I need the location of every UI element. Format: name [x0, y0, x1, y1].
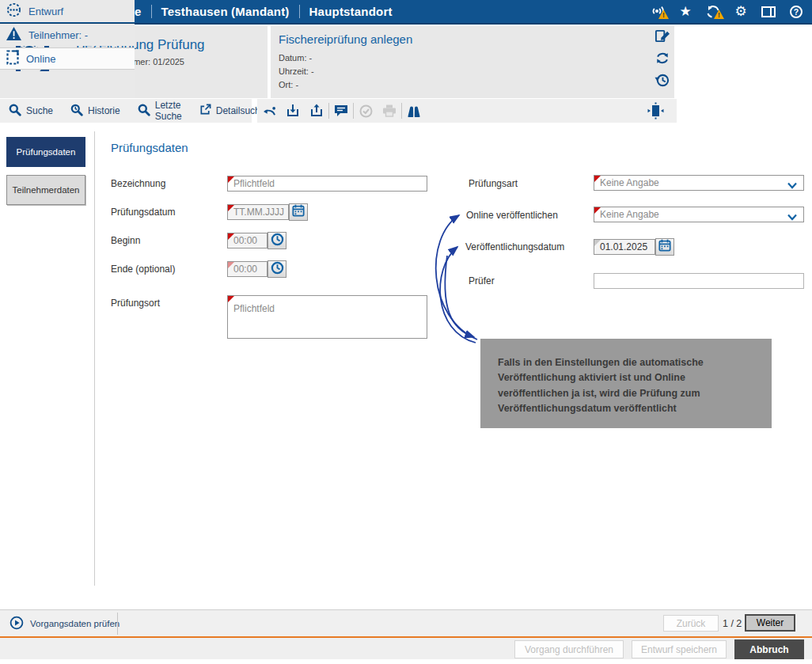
network-warning-icon[interactable]: ! — [650, 4, 666, 20]
status-online-label: Online — [26, 53, 56, 65]
confirm-check-icon-disabled — [354, 99, 378, 123]
bezeichnung-label: Bezeichnung — [111, 178, 165, 189]
next-button[interactable]: Weiter — [745, 614, 795, 632]
assign-route-icon[interactable] — [257, 99, 281, 123]
back-button[interactable]: Zurück — [663, 615, 719, 632]
info-tooltip-text: Falls in den Einstellungen die automatis… — [498, 355, 753, 417]
last-search-button[interactable]: Letzte Suche — [129, 99, 191, 123]
svg-text:!: ! — [718, 11, 720, 19]
breadcrumb-separator — [151, 5, 152, 18]
binoculars-icon[interactable] — [402, 99, 426, 123]
refresh-icon[interactable] — [655, 51, 670, 68]
footer-divider — [117, 613, 118, 635]
process-place: Ort: - — [279, 80, 298, 89]
layout-panel-icon[interactable] — [761, 4, 776, 20]
save-draft-button[interactable]: Entwurf speichern — [632, 640, 727, 658]
history-search-button[interactable]: Historie — [62, 99, 129, 123]
status-row-draft[interactable]: Entwurf — [0, 0, 135, 22]
ende-label: Ende (optional) — [111, 264, 175, 275]
veroeffentlichungsdatum-input[interactable]: 01.01.2025 — [594, 239, 655, 255]
draft-icon — [6, 2, 21, 21]
pruefungsdatum-input[interactable]: TT.MM.JJJJ — [227, 204, 289, 220]
status-draft-label: Entwurf — [28, 6, 63, 17]
form-heading: Prüfungsdaten — [111, 141, 188, 154]
execute-process-button[interactable]: Vorgang durchführen — [514, 640, 624, 658]
history-search-icon — [70, 104, 83, 119]
ende-clock-button[interactable] — [268, 260, 286, 278]
beginn-clock-button[interactable] — [268, 232, 286, 249]
online-veroeffentlichen-select[interactable]: Keine Angabe — [594, 207, 804, 222]
fullscreen-expand-icon[interactable] — [643, 99, 667, 123]
required-marker — [228, 296, 234, 302]
pruefungsdatum-calendar-button[interactable] — [289, 203, 308, 221]
warning-triangle-icon — [6, 27, 21, 44]
external-link-icon — [199, 104, 211, 118]
breadcrumb-separator — [299, 5, 300, 18]
process-title: Fischereiprüfung anlegen — [279, 32, 412, 46]
process-time: Uhrzeit: - — [279, 66, 314, 76]
action-toolbar — [257, 99, 677, 123]
svg-text:!: ! — [662, 11, 665, 19]
clock-icon — [271, 233, 284, 249]
status-row-empty — [0, 71, 135, 97]
clock-icon — [271, 261, 284, 278]
search-button-label: Suche — [26, 105, 53, 116]
bezeichnung-input[interactable]: Pflichtfeld — [227, 176, 427, 192]
last-search-button-label: Letzte Suche — [155, 100, 182, 122]
header-process-section: Fischereiprüfung anlegen Datum: - Uhrzei… — [271, 26, 674, 98]
cancel-button[interactable]: Abbruch — [734, 639, 804, 659]
required-marker — [228, 176, 234, 183]
pruefungsdatum-label: Prüfungsdatum — [111, 207, 175, 218]
online-veroeffentlichen-label: Online veröffentlichen — [466, 210, 558, 221]
pruefer-input[interactable] — [594, 273, 804, 289]
chevron-down-icon — [787, 180, 797, 191]
tab-pruefungsdaten[interactable]: Prüfungsdaten — [6, 137, 85, 167]
status-row-participants[interactable]: Teilnehmer: - — [0, 24, 135, 46]
pruefungsart-label: Prüfungsart — [469, 178, 518, 189]
veroeffentlichungsdatum-label: Veröffentlichungsdatum — [465, 241, 564, 252]
tab-teilnehmerdaten[interactable]: Teilnehmerdaten — [6, 175, 85, 205]
required-marker — [228, 233, 234, 240]
required-marker — [594, 207, 601, 214]
settings-gear-icon[interactable]: ⚙ — [733, 4, 749, 20]
sync-warning-icon[interactable]: ! — [705, 4, 721, 20]
online-document-icon — [6, 50, 19, 68]
required-marker — [228, 205, 234, 211]
pruefungsort-textarea[interactable]: Pflichtfeld — [227, 295, 427, 339]
help-icon[interactable]: ? — [788, 4, 804, 20]
search-button[interactable]: Suche — [0, 99, 62, 123]
breadcrumb-tenant[interactable]: Testhausen (Mandant) — [161, 5, 290, 18]
status-participants-label: Teilnehmer: - — [28, 29, 88, 41]
beginn-label: Beginn — [111, 235, 140, 246]
print-icon-disabled — [378, 99, 401, 123]
edit-document-icon[interactable] — [655, 28, 670, 47]
ende-input[interactable]: 00:00 — [227, 261, 268, 277]
page-indicator: 1 / 2 — [723, 618, 742, 629]
check-process-label: Vorgangsdaten prüfen — [30, 619, 120, 628]
star-favorites-icon[interactable]: ★ — [677, 4, 693, 20]
header-status-panel: Entwurf Teilnehmer: - Online — [0, 0, 135, 97]
calendar-icon — [292, 204, 305, 220]
folded-corner-marker — [594, 240, 601, 246]
chevron-down-icon — [787, 212, 797, 222]
play-circle-icon — [9, 616, 24, 632]
check-process-button[interactable]: Vorgangsdaten prüfen — [9, 616, 120, 632]
status-row-online[interactable]: Online — [0, 47, 135, 70]
comment-icon[interactable] — [329, 99, 353, 123]
pruefungsart-select[interactable]: Keine Angabe — [594, 175, 804, 191]
calendar-icon — [658, 239, 671, 255]
search-toolbar: Suche Historie Letzte Suche Detailsuche — [0, 99, 252, 123]
pruefer-label: Prüfer — [469, 275, 495, 286]
search-icon — [9, 104, 21, 119]
last-search-icon — [138, 104, 150, 119]
veroeffentlichungsdatum-calendar-button[interactable] — [655, 238, 674, 256]
app-window: Bürgerservice Testhausen (Mandant) Haupt… — [0, 0, 812, 664]
required-marker — [594, 176, 601, 182]
upload-icon[interactable] — [305, 99, 328, 123]
breadcrumb-site[interactable]: Hauptstandort — [309, 5, 393, 18]
history-clock-icon[interactable] — [655, 73, 670, 91]
beginn-input[interactable]: 00:00 — [227, 233, 268, 249]
history-button-label: Historie — [88, 105, 120, 116]
download-icon[interactable] — [281, 99, 305, 123]
required-marker — [228, 262, 234, 268]
